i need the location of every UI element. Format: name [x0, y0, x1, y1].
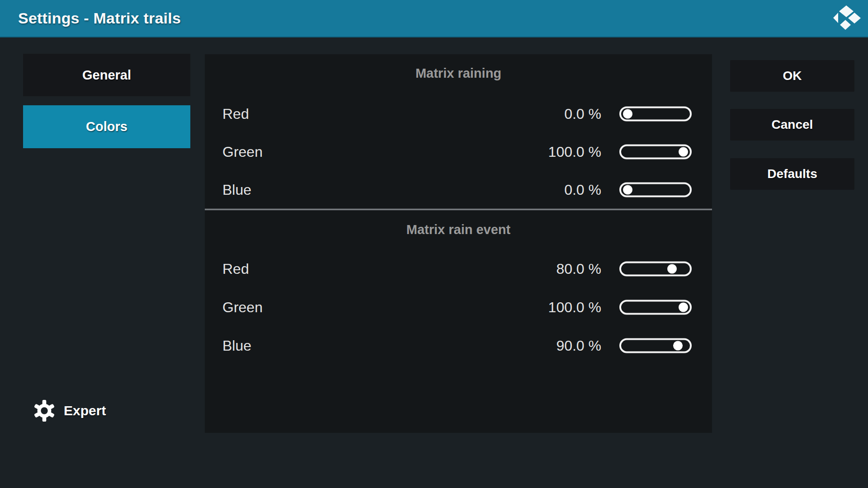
slider[interactable] [619, 145, 692, 160]
setting-row-raining-green[interactable]: Green 100.0 % [205, 133, 712, 171]
section-title-matrix-raining: Matrix raining [205, 66, 712, 81]
setting-value: 80.0 % [556, 261, 601, 277]
slider-thumb[interactable] [679, 147, 688, 157]
setting-value: 100.0 % [548, 144, 601, 160]
setting-label: Red [222, 261, 249, 277]
dialog-title: Settings - Matrix trails [18, 0, 181, 37]
setting-label: Green [222, 144, 263, 160]
setting-row-event-blue[interactable]: Blue 90.0 % [205, 327, 712, 365]
setting-value: 0.0 % [564, 106, 601, 122]
slider-thumb[interactable] [679, 303, 688, 312]
cancel-button[interactable]: Cancel [730, 109, 854, 141]
settings-panel: Matrix raining Red 0.0 % Green 100.0 % B… [205, 54, 712, 433]
slider[interactable] [619, 107, 692, 122]
setting-row-raining-red[interactable]: Red 0.0 % [205, 95, 712, 133]
setting-value: 100.0 % [548, 299, 601, 316]
setting-label: Red [222, 106, 249, 122]
setting-row-raining-blue[interactable]: Blue 0.0 % [205, 171, 712, 209]
ok-button[interactable]: OK [730, 60, 854, 92]
setting-value: 90.0 % [556, 338, 601, 354]
setting-label: Blue [222, 182, 251, 198]
section-divider [205, 208, 712, 211]
slider[interactable] [619, 300, 692, 315]
slider[interactable] [619, 338, 692, 353]
section-title-matrix-rain-event: Matrix rain event [205, 222, 712, 237]
slider-thumb[interactable] [673, 341, 683, 351]
gear-icon [33, 399, 56, 422]
setting-value: 0.0 % [564, 182, 601, 198]
setting-label: Blue [222, 338, 251, 354]
sidebar-item-general[interactable]: General [23, 54, 190, 96]
settings-dialog: Settings - Matrix trails General Colors … [0, 0, 868, 488]
settings-level-label: Expert [64, 403, 106, 418]
slider-thumb[interactable] [623, 185, 632, 195]
settings-level-toggle[interactable]: Expert [33, 399, 106, 422]
slider[interactable] [619, 262, 692, 277]
slider-thumb[interactable] [623, 109, 632, 119]
sidebar-item-colors[interactable]: Colors [23, 105, 190, 148]
kodi-logo-icon [833, 5, 862, 31]
setting-row-event-green[interactable]: Green 100.0 % [205, 288, 712, 326]
setting-row-event-red[interactable]: Red 80.0 % [205, 250, 712, 288]
setting-label: Green [222, 299, 263, 316]
slider[interactable] [619, 183, 692, 197]
dialog-header: Settings - Matrix trails [0, 0, 868, 38]
slider-thumb[interactable] [667, 264, 677, 274]
defaults-button[interactable]: Defaults [730, 158, 854, 190]
